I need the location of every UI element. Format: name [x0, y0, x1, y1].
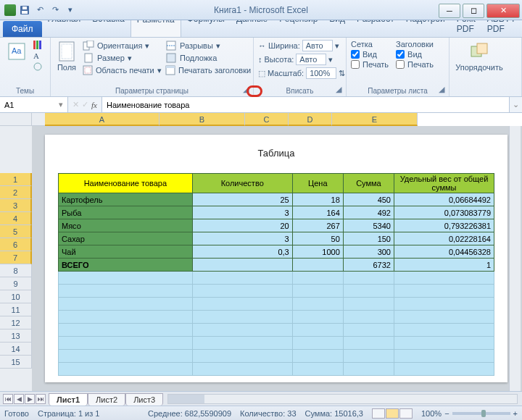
empty-row[interactable] — [59, 324, 494, 337]
table-total-row[interactable]: ВСЕГО67321 — [59, 259, 494, 272]
col-header-C[interactable]: C — [245, 113, 289, 126]
maximize-button[interactable]: ◻ — [463, 4, 484, 18]
orientation-icon — [83, 41, 94, 51]
headings-print-checkbox[interactable]: Печать — [396, 60, 434, 69]
print-area-button[interactable]: Область печати ▾ — [81, 64, 161, 76]
sheet-tab-0[interactable]: Лист1 — [49, 393, 88, 406]
chevron-down-icon[interactable]: ▾ — [59, 100, 63, 109]
height-selector[interactable]: ↕Высота:Авто▾ — [258, 54, 345, 65]
row-header-9[interactable]: 9 — [0, 277, 32, 290]
sheet-tab-1[interactable]: Лист2 — [88, 393, 125, 406]
ribbon-group-arrange: Упорядочить — [450, 38, 522, 96]
table-row[interactable]: Сахар3501500,02228164 — [59, 232, 494, 245]
row-header-13[interactable]: 13 — [0, 329, 32, 343]
row-header-5[interactable]: 5 — [0, 225, 32, 238]
print-area-icon — [83, 65, 93, 75]
empty-row[interactable] — [59, 272, 494, 285]
scale-selector[interactable]: ⬚Масштаб:100%⇅ — [258, 67, 345, 79]
row-header-2[interactable]: 2 — [0, 186, 32, 199]
zoom-slider[interactable] — [452, 412, 510, 415]
row-header-12[interactable]: 12 — [0, 316, 32, 329]
empty-row[interactable] — [59, 311, 494, 324]
horizontal-scrollbar[interactable] — [167, 394, 518, 404]
row-header-4[interactable]: 4 — [0, 212, 32, 225]
undo-icon[interactable]: ↶ — [33, 4, 46, 17]
last-sheet-icon[interactable]: ⏭ — [36, 394, 46, 404]
width-selector[interactable]: ↔Ширина:Авто▾ — [258, 40, 345, 51]
row-header-14[interactable]: 14 — [0, 343, 32, 356]
col-header-B[interactable]: B — [160, 113, 245, 126]
theme-fonts-icon[interactable]: A — [32, 51, 45, 61]
size-button[interactable]: Размер ▾ — [81, 52, 161, 64]
table-row[interactable]: Чай0,310003000,04456328 — [59, 245, 494, 259]
table-header[interactable]: Количество — [192, 174, 292, 193]
name-box[interactable]: A1▾ — [0, 97, 68, 112]
orientation-button[interactable]: Ориентация ▾ — [81, 40, 161, 51]
page-break-view-button[interactable] — [399, 408, 413, 419]
normal-view-button[interactable] — [372, 408, 385, 419]
breaks-button[interactable]: Разрывы ▾ — [164, 40, 251, 51]
theme-colors-icon[interactable] — [32, 40, 45, 50]
sheet-tab-2[interactable]: Лист3 — [125, 393, 163, 406]
row-header-15[interactable]: 15 — [0, 356, 32, 369]
zoom-level[interactable]: 100% — [421, 409, 442, 418]
select-all-corner[interactable] — [0, 113, 32, 126]
table-header[interactable]: Удельный вес от общей суммы — [394, 174, 494, 193]
zoom-in-button[interactable]: + — [513, 409, 518, 418]
sheet-tab-nav: ⏮ ◀ ▶ ⏭ — [0, 394, 49, 404]
page-layout-view-button[interactable] — [386, 408, 399, 419]
prev-sheet-icon[interactable]: ◀ — [14, 394, 24, 404]
gridlines-view-checkbox[interactable]: Вид — [351, 50, 389, 59]
row-header-8[interactable]: 8 — [0, 264, 32, 277]
empty-row[interactable] — [59, 350, 494, 363]
row-header-10[interactable]: 10 — [0, 290, 32, 303]
print-titles-button[interactable]: Печатать заголовки — [164, 64, 251, 76]
enter-formula-icon[interactable]: ✓ — [82, 100, 88, 109]
background-button[interactable]: Подложка — [164, 52, 251, 64]
table-header[interactable]: Наименование товара — [59, 174, 193, 193]
row-header-6[interactable]: 6 — [0, 238, 32, 251]
vertical-scrollbar[interactable] — [509, 126, 521, 391]
table-row[interactable]: Картофель25184500,06684492 — [59, 193, 494, 206]
themes-button[interactable]: Aa — [4, 40, 29, 86]
zoom-out-button[interactable]: − — [444, 409, 449, 418]
formula-bar[interactable]: Наименование товара — [102, 97, 509, 112]
data-table[interactable]: Наименование товараКоличествоЦенаСуммаУд… — [58, 173, 494, 376]
fit-dialog-launcher[interactable]: ◢ — [334, 84, 344, 94]
theme-effects-icon[interactable] — [32, 62, 45, 72]
empty-row[interactable] — [59, 298, 494, 311]
minimize-button[interactable]: ─ — [439, 4, 460, 18]
page[interactable]: Таблица Наименование товараКоличествоЦен… — [45, 135, 508, 382]
col-header-E[interactable]: E — [332, 113, 418, 126]
first-sheet-icon[interactable]: ⏮ — [3, 394, 13, 404]
table-row[interactable]: Мясо2026753400,793226381 — [59, 219, 494, 232]
arrange-button[interactable]: Упорядочить — [454, 40, 505, 86]
empty-row[interactable] — [59, 337, 494, 350]
row-header-3[interactable]: 3 — [0, 199, 32, 212]
table-header[interactable]: Сумма — [343, 174, 394, 193]
table-row[interactable]: Рыба31644920,073083779 — [59, 206, 494, 219]
file-tab[interactable]: Файл — [3, 21, 42, 37]
breaks-icon — [165, 41, 177, 51]
next-sheet-icon[interactable]: ▶ — [25, 394, 35, 404]
redo-icon[interactable]: ↷ — [49, 4, 62, 17]
sheet-tabs-bar: ⏮ ◀ ▶ ⏭ Лист1Лист2Лист3 — [0, 391, 522, 406]
row-header-11[interactable]: 11 — [0, 303, 32, 316]
headings-view-checkbox[interactable]: Вид — [396, 50, 434, 59]
table-header[interactable]: Цена — [292, 174, 343, 193]
gridlines-print-checkbox[interactable]: Печать — [351, 60, 389, 69]
fx-icon[interactable]: fx — [91, 101, 97, 109]
qat-customize-icon[interactable]: ▾ — [64, 4, 77, 17]
margins-button[interactable]: Поля — [55, 40, 78, 86]
empty-row[interactable] — [59, 363, 494, 376]
sheet-options-dialog-launcher[interactable]: ◢ — [436, 84, 447, 94]
row-header-7[interactable]: 7 — [0, 251, 32, 264]
empty-row[interactable] — [59, 285, 494, 298]
save-icon[interactable] — [18, 4, 31, 17]
expand-formula-bar-icon[interactable]: ⌄ — [509, 97, 522, 112]
close-button[interactable]: ✕ — [486, 4, 520, 18]
col-header-A[interactable]: A — [45, 113, 160, 126]
col-header-D[interactable]: D — [289, 113, 332, 126]
cancel-formula-icon[interactable]: ✕ — [72, 100, 79, 109]
row-header-1[interactable]: 1 — [0, 173, 32, 186]
